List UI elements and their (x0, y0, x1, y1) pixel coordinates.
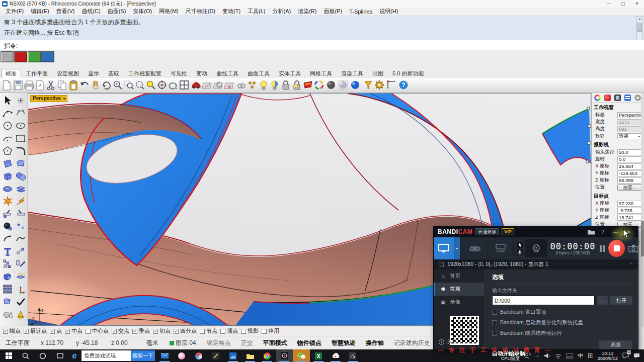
property-value[interactable]: Perspective (617, 112, 642, 118)
output-path-input[interactable]: D:\000 (492, 296, 595, 305)
selection-filter-icon[interactable] (365, 81, 372, 88)
rhino-render-icon[interactable] (604, 95, 611, 101)
rendered-sphere-icon[interactable] (351, 81, 359, 89)
netdisk-icon[interactable] (327, 349, 344, 362)
gumball-icon[interactable] (20, 287, 25, 294)
units-button[interactable]: 毫米 (141, 339, 164, 347)
export-icon[interactable] (37, 80, 43, 90)
checkbox[interactable] (492, 331, 497, 336)
property-value[interactable]: -9.736 (617, 208, 642, 214)
menu-item[interactable]: 工具(L) (244, 8, 269, 15)
boolean-box-icon[interactable] (4, 274, 12, 280)
cplane-icon[interactable] (202, 83, 211, 88)
sidebar-nav-item[interactable]: ⌂ 首页 (434, 269, 484, 283)
settings-checkbox-row[interactable]: Bandicam 窗口置顶 (492, 309, 633, 316)
maximize-button[interactable]: ▢ (616, 0, 630, 8)
task-view-icon[interactable] (51, 349, 68, 362)
close-button[interactable]: ✕ (630, 0, 644, 8)
property-value[interactable]: 692 (617, 126, 642, 132)
property-value[interactable]: 0.0 (617, 156, 642, 162)
toolbar-tab[interactable]: 显示 (84, 69, 104, 78)
search-go-button[interactable]: 搜索一下 (131, 350, 155, 361)
osnap-item[interactable]: 切点 (153, 327, 171, 335)
bandicam-title-bar[interactable]: BANDICAM 班迪录屏 VIP ? — ✕ (434, 226, 638, 237)
webcam-overlay-button[interactable] (525, 239, 547, 257)
menu-item[interactable]: 分析(A) (269, 8, 295, 15)
status-toggle[interactable]: 记录建构历史 (389, 339, 435, 347)
control-point-curve-icon[interactable] (3, 111, 13, 117)
toolbar-tab[interactable]: 工作平面 (21, 69, 52, 78)
menu-item[interactable]: 面板(P) (320, 8, 346, 15)
move-points-icon[interactable] (17, 248, 24, 254)
game-record-mode-button[interactable] (464, 237, 486, 259)
sidebar-nav-item[interactable]: ✱ 常规 (434, 283, 484, 296)
osnap-item[interactable]: 顶点 (220, 327, 238, 335)
zoom-lens-icon[interactable] (147, 81, 155, 89)
cplane-previous-icon[interactable] (213, 82, 222, 88)
settings-checkbox-row[interactable]: Bandicam 启动后最小化到系统托盘 (492, 319, 633, 326)
planar-surface-icon[interactable] (17, 187, 25, 192)
copy-icon[interactable] (58, 81, 66, 89)
collapse-chevron-icon[interactable]: ⌃ (629, 262, 633, 267)
toolbar-tab[interactable]: 工作视窗配置 (124, 69, 166, 78)
shaded-sphere-icon[interactable] (327, 81, 335, 89)
minimize-button[interactable]: — (602, 0, 616, 8)
ghosted-sphere-icon[interactable] (339, 80, 348, 89)
command-prompt[interactable]: 指令: (0, 40, 644, 50)
property-value[interactable]: 68.098 (617, 177, 642, 184)
check-icon[interactable] (17, 299, 25, 305)
toolbar-tab[interactable]: 曲线工具 (212, 69, 243, 78)
menu-item[interactable]: T-Splines (346, 9, 376, 15)
checkbox[interactable] (241, 329, 246, 334)
layers-icon[interactable] (624, 95, 631, 101)
status-toggle[interactable]: 锁定格点 (202, 339, 236, 347)
search-icon[interactable] (17, 349, 34, 362)
fillet-curve-icon[interactable] (4, 235, 11, 241)
gumball-move-icon[interactable] (387, 80, 395, 88)
device-record-mode-button[interactable]: HDMI (490, 237, 511, 259)
search-text[interactable]: 免费游戏试玩 (82, 352, 131, 359)
menu-item[interactable]: 尺寸标注(D) (182, 8, 219, 15)
box-icon[interactable] (5, 173, 11, 180)
layer-color-swatch[interactable] (1, 51, 14, 62)
status-toggle[interactable]: 平面模式 (258, 339, 292, 347)
display-modes-icon[interactable] (315, 81, 323, 89)
trim-right-icon[interactable] (18, 210, 25, 215)
checkbox[interactable] (492, 310, 497, 315)
layer-color-swatch[interactable] (14, 51, 27, 62)
lock-icon[interactable] (283, 81, 289, 89)
osnap-item[interactable]: 四分点 (174, 327, 197, 335)
property-value[interactable]: 97.230 (617, 201, 642, 207)
pan-hand-icon[interactable] (93, 81, 98, 89)
checkbox[interactable] (65, 329, 70, 334)
paste-icon[interactable] (70, 80, 77, 90)
mesh-plane-icon[interactable] (17, 273, 25, 279)
osnap-item[interactable]: 交点 (112, 327, 129, 335)
osnap-item[interactable]: 停用 (262, 327, 279, 335)
property-value[interactable]: 1671 (617, 119, 642, 125)
wechat-icon[interactable] (293, 349, 310, 362)
display-icon[interactable] (614, 95, 621, 101)
four-viewports-icon[interactable] (180, 81, 188, 89)
checkbox[interactable] (153, 329, 158, 334)
zoom-icon[interactable] (114, 81, 122, 89)
lamp-half-icon[interactable] (272, 81, 278, 89)
checkbox[interactable] (174, 329, 179, 334)
zoom-extents-icon[interactable] (157, 80, 167, 89)
mouse-overlay-icon[interactable] (517, 242, 523, 248)
checkbox[interactable] (262, 329, 267, 334)
status-toggle[interactable]: 物件锁点 (292, 339, 327, 347)
panel-scrollbar[interactable] (641, 93, 644, 326)
osnap-item[interactable]: 最近点 (24, 327, 47, 335)
point-pair-icon[interactable] (18, 224, 24, 229)
toolbar-tab[interactable]: 实体工具 (274, 69, 305, 78)
taskbar-search-box[interactable]: 免费游戏试玩 搜索一下 (82, 350, 155, 361)
layer-indicator[interactable]: 图层 04 (164, 339, 202, 347)
checkbox[interactable] (86, 329, 91, 334)
spheres-icon[interactable] (17, 173, 26, 180)
checkbox[interactable] (200, 329, 205, 334)
select-arrow-icon[interactable] (5, 96, 11, 105)
checkbox[interactable] (3, 329, 8, 334)
status-toggle[interactable]: 正交 (236, 339, 258, 347)
menu-item[interactable]: 渲染(R) (294, 8, 320, 15)
